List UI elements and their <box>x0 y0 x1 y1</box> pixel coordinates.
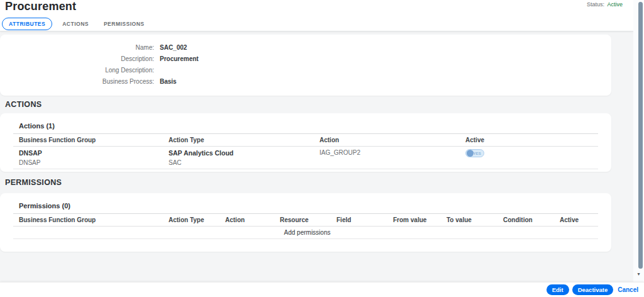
procurement-detail-page: Procurement Status: Active ATTRIBUTES AC… <box>0 0 644 297</box>
cancel-button[interactable]: Cancel <box>616 284 640 295</box>
form-row-name: Name: SAC_002 <box>0 42 611 53</box>
page-title: Procurement <box>5 0 76 13</box>
footer-action-bar: Edit Deactivate Cancel <box>0 282 644 297</box>
name-field-label: Name: <box>0 44 154 51</box>
actions-table: Business Function Group Action Type Acti… <box>13 133 598 169</box>
attributes-section: Name: SAC_002 Description: Procurement L… <box>0 35 611 96</box>
action-type-id: SAC <box>169 159 311 166</box>
active-cell: YES <box>460 147 598 169</box>
column-header-business-function-group: Business Function Group <box>13 214 163 227</box>
long-description-field-label: Long Description: <box>0 67 154 74</box>
column-header-to-value: To value <box>441 214 497 227</box>
permissions-section: Permissions (0) Business Function Group … <box>0 193 611 252</box>
permissions-section-heading: PERMISSIONS <box>0 172 633 193</box>
edit-button[interactable]: Edit <box>547 284 569 295</box>
column-header-action-type: Action Type <box>163 134 314 147</box>
action-type-name: SAP Analytics Cloud <box>169 149 311 157</box>
status-label: Status: <box>587 1 604 8</box>
add-permissions-text: Add permissions <box>13 227 598 239</box>
column-header-business-function-group: Business Function Group <box>13 134 163 147</box>
tab-bar: ATTRIBUTES ACTIONS PERMISSIONS <box>2 18 152 30</box>
business-function-group-id: DNSAP <box>19 159 160 166</box>
action-cell: IAG_GROUP2 <box>314 147 460 169</box>
action-type-cell: SAP Analytics Cloud SAC <box>163 147 314 169</box>
chevron-down-icon[interactable]: ▾ <box>635 271 642 278</box>
column-header-condition: Condition <box>497 214 554 227</box>
business-process-field-label: Business Process: <box>0 78 154 85</box>
status-value: Active <box>607 1 623 8</box>
tab-permissions[interactable]: PERMISSIONS <box>96 18 152 30</box>
actions-section: Actions (1) Business Function Group Acti… <box>0 113 611 172</box>
column-header-field: Field <box>331 214 387 227</box>
description-field-label: Description: <box>0 55 154 62</box>
toggle-knob-icon <box>467 150 474 157</box>
actions-section-heading: ACTIONS <box>0 96 633 113</box>
actions-table-title: Actions (1) <box>0 113 611 133</box>
scrollbar-track[interactable]: ▾ <box>633 0 644 282</box>
column-header-action-type: Action Type <box>163 214 219 227</box>
actions-table-row: DNSAP DNSAP SAP Analytics Cloud SAC IAG_… <box>13 147 598 169</box>
business-function-group-cell: DNSAP DNSAP <box>13 147 163 169</box>
actions-header-row: Business Function Group Action Type Acti… <box>13 134 598 147</box>
permissions-header-row: Business Function Group Action Type Acti… <box>13 214 598 227</box>
description-field-value: Procurement <box>160 55 199 62</box>
permissions-table-title: Permissions (0) <box>0 193 611 213</box>
active-toggle[interactable]: YES <box>465 149 484 157</box>
form-row-long-description: Long Description: <box>0 64 611 76</box>
scrollbar-thumb[interactable] <box>638 2 643 269</box>
business-function-group-name: DNSAP <box>19 149 160 157</box>
toggle-state-label: YES <box>473 152 481 155</box>
permissions-table: Business Function Group Action Type Acti… <box>13 213 598 239</box>
deactivate-button[interactable]: Deactivate <box>572 284 614 295</box>
column-header-active: Active <box>460 134 598 147</box>
column-header-action: Action <box>314 134 460 147</box>
tab-actions[interactable]: ACTIONS <box>55 18 96 30</box>
name-field-value: SAC_002 <box>160 44 187 51</box>
business-process-field-value: Basis <box>160 78 177 85</box>
form-row-business-process: Business Process: Basis <box>0 76 611 87</box>
permissions-empty-row: Add permissions <box>13 227 598 239</box>
tab-attributes[interactable]: ATTRIBUTES <box>2 18 52 30</box>
form-row-description: Description: Procurement <box>0 53 611 64</box>
page-header: Procurement Status: Active ATTRIBUTES AC… <box>0 0 633 31</box>
column-header-action: Action <box>219 214 274 227</box>
column-header-active: Active <box>554 214 598 227</box>
column-header-from-value: From value <box>387 214 441 227</box>
column-header-resource: Resource <box>274 214 331 227</box>
status-indicator: Status: Active <box>587 1 623 8</box>
